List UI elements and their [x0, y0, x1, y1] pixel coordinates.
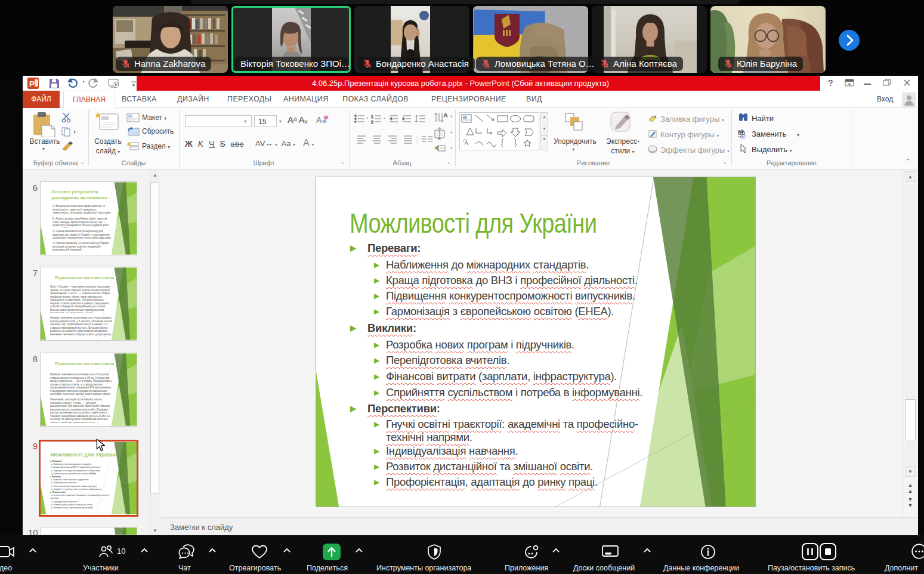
svg-text:1: 1 — [371, 115, 373, 119]
svg-text:2: 2 — [371, 120, 373, 124]
svg-text:ac: ac — [740, 134, 746, 139]
svg-text:P: P — [29, 79, 35, 88]
svg-text:А: А — [444, 112, 447, 118]
svg-text:A: A — [316, 115, 322, 125]
